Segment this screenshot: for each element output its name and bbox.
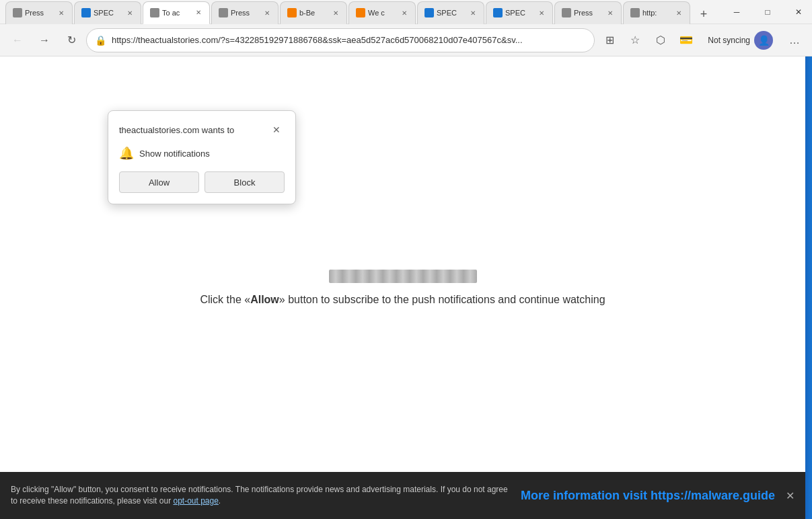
close-button[interactable]: ✕ (783, 1, 812, 23)
tab-3-title: To ac (162, 9, 190, 17)
tab-10-icon (630, 8, 640, 17)
wallet-button[interactable]: 💳 (674, 28, 698, 52)
tab-3-icon (150, 8, 159, 17)
tab-9[interactable]: Press ✕ (554, 1, 622, 24)
tab-3-close[interactable]: ✕ (193, 7, 204, 18)
tab-6[interactable]: We c ✕ (348, 1, 416, 24)
tab-4[interactable]: Press ✕ (211, 1, 279, 24)
toolbar-actions: ⊞ ☆ ⬡ 💳 Not syncing 👤 … (597, 28, 807, 52)
tab-strip: Press ✕ SPEC ✕ To ac ✕ Press ✕ (5, 0, 713, 24)
popup-notification-text: Show notifications (139, 149, 210, 159)
bottom-bar-close[interactable]: ✕ (786, 489, 795, 502)
bottom-bar-text: By clicking "Allow" button, you consent … (11, 484, 510, 507)
popup-close-button[interactable]: ✕ (268, 122, 285, 138)
allow-button[interactable]: Allow (119, 171, 199, 193)
toolbar: ← → ↻ 🔒 https://theactualstories.com/?s=… (0, 24, 812, 56)
tab-4-title: Press (231, 9, 259, 17)
tab-10-title: http: (642, 9, 671, 17)
refresh-button[interactable]: ↻ (59, 28, 83, 52)
tab-1-close[interactable]: ✕ (56, 7, 67, 18)
loading-bar (329, 270, 477, 283)
tab-9-title: Press (574, 9, 602, 17)
tab-6-icon (356, 8, 365, 17)
tab-7[interactable]: SPEC ✕ (417, 1, 484, 24)
address-text: https://theactualstories.com/?s=43228519… (112, 35, 586, 45)
bottom-bar-main-text: By clicking "Allow" button, you consent … (11, 485, 508, 506)
tab-8[interactable]: SPEC ✕ (486, 1, 553, 24)
collections-button[interactable]: ⬡ (649, 28, 673, 52)
settings-button[interactable]: … (782, 28, 807, 52)
tab-7-icon (425, 8, 434, 17)
tab-7-close[interactable]: ✕ (468, 7, 478, 18)
minimize-button[interactable]: ─ (721, 1, 752, 23)
right-sidebar-accent (805, 56, 812, 519)
tab-3[interactable]: To ac ✕ (143, 1, 210, 24)
tab-2-title: SPEC (94, 9, 122, 17)
tab-2-icon (81, 8, 91, 17)
bottom-bar: By clicking "Allow" button, you consent … (0, 472, 805, 519)
split-view-button[interactable]: ⊞ (597, 28, 622, 52)
browser-window: Press ✕ SPEC ✕ To ac ✕ Press ✕ (0, 0, 812, 519)
content-area: Click the «Allow» button to subscribe to… (0, 56, 812, 519)
profile-avatar: 👤 (754, 31, 773, 50)
back-button[interactable]: ← (5, 28, 30, 52)
new-tab-button[interactable]: + (694, 5, 713, 24)
tab-8-close[interactable]: ✕ (536, 7, 547, 18)
bottom-bar-promo-link[interactable]: More information visit https://malware.g… (521, 489, 775, 503)
tab-5-title: b-Be (299, 9, 328, 17)
bell-icon: 🔔 (119, 146, 134, 161)
tab-4-icon (219, 8, 228, 17)
tab-10[interactable]: http: ✕ (623, 1, 690, 24)
opt-out-link[interactable]: opt-out page (173, 496, 218, 506)
title-bar: Press ✕ SPEC ✕ To ac ✕ Press ✕ (0, 0, 812, 24)
popup-notification-row: 🔔 Show notifications (119, 146, 285, 161)
tab-1-icon (13, 8, 22, 17)
sync-label: Not syncing (708, 36, 750, 45)
popup-title: theactualstories.com wants to (119, 125, 234, 135)
popup-header: theactualstories.com wants to ✕ (119, 122, 285, 138)
lock-icon: 🔒 (95, 35, 106, 46)
address-bar[interactable]: 🔒 https://theactualstories.com/?s=432285… (86, 28, 595, 52)
instruction-text: Click the «Allow» button to subscribe to… (200, 294, 605, 306)
tab-10-close[interactable]: ✕ (673, 7, 684, 18)
notification-popup: theactualstories.com wants to ✕ 🔔 Show n… (108, 110, 296, 204)
tab-2-close[interactable]: ✕ (124, 7, 135, 18)
window-controls: ─ □ ✕ (721, 1, 812, 23)
tab-6-close[interactable]: ✕ (399, 7, 410, 18)
tab-7-title: SPEC (437, 9, 465, 17)
maximize-button[interactable]: □ (752, 1, 783, 23)
tab-2[interactable]: SPEC ✕ (74, 1, 141, 24)
block-button[interactable]: Block (205, 171, 285, 193)
tab-6-title: We c (368, 9, 396, 17)
tab-1-title: Press (25, 9, 53, 17)
sync-button[interactable]: Not syncing 👤 (700, 28, 781, 52)
tab-8-title: SPEC (505, 9, 533, 17)
tab-1[interactable]: Press ✕ (5, 1, 73, 24)
tab-9-close[interactable]: ✕ (605, 7, 616, 18)
tab-5-icon (287, 8, 297, 17)
tab-9-icon (562, 8, 571, 17)
favorites-button[interactable]: ☆ (623, 28, 647, 52)
tab-5[interactable]: b-Be ✕ (280, 1, 347, 24)
forward-button[interactable]: → (32, 28, 57, 52)
tab-8-icon (493, 8, 503, 17)
tab-4-close[interactable]: ✕ (262, 7, 272, 18)
popup-buttons: Allow Block (119, 171, 285, 193)
tab-5-close[interactable]: ✕ (330, 7, 341, 18)
